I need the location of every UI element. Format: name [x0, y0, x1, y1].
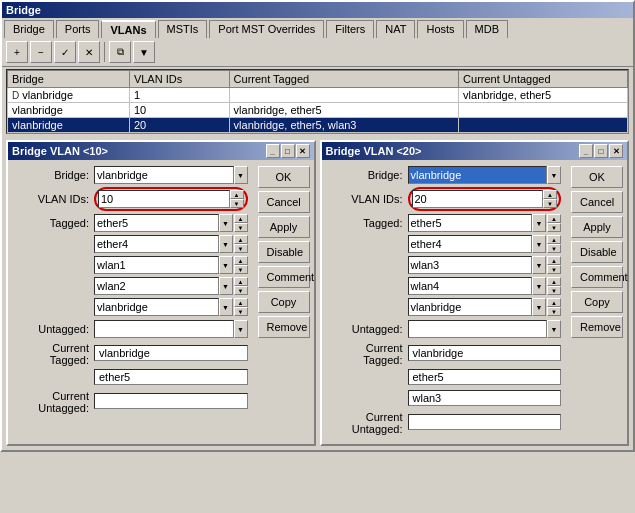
- dialog1-tagged-spin-down-4[interactable]: ▼: [234, 286, 248, 295]
- tab-hosts[interactable]: Hosts: [417, 20, 463, 38]
- dialog1-tagged-value-3[interactable]: wlan1: [94, 256, 219, 274]
- dialog2-tagged-spin-down-3[interactable]: ▼: [547, 265, 561, 274]
- dialog2-tagged-spin-up-3[interactable]: ▲: [547, 256, 561, 265]
- dialog1-tagged-value-2[interactable]: ether4: [94, 235, 219, 253]
- dialog2-tagged-row-4: wlan4 ▼ ▲ ▼: [328, 277, 562, 295]
- dialog1-minimize-button[interactable]: _: [266, 144, 280, 158]
- dialog2-tagged-spin-up-2[interactable]: ▲: [547, 235, 561, 244]
- dialog1-tagged-arrow-5[interactable]: ▼: [219, 298, 233, 316]
- dialog2-ok-button[interactable]: OK: [571, 166, 623, 188]
- dialog2-bridge-select[interactable]: vlanbridge: [408, 166, 548, 184]
- main-window: Bridge Bridge Ports VLANs MSTIs Port MST…: [0, 0, 635, 452]
- dialog1-tagged-spin-up-3[interactable]: ▲: [234, 256, 248, 265]
- dialog1-tagged-spin-down-5[interactable]: ▼: [234, 307, 248, 316]
- dialog1-comment-button[interactable]: Comment: [258, 266, 310, 288]
- dialog1-bridge-dropdown-arrow[interactable]: ▼: [234, 166, 248, 184]
- tab-mstis[interactable]: MSTIs: [158, 20, 208, 38]
- check-button[interactable]: ✓: [54, 41, 76, 63]
- remove-button[interactable]: −: [30, 41, 52, 63]
- dialog1-tagged-select-2: ether4 ▼: [94, 235, 233, 253]
- dialog1-disable-button[interactable]: Disable: [258, 241, 310, 263]
- dialog2-vlan-ids-spin-down[interactable]: ▼: [543, 199, 557, 208]
- dialog1-maximize-button[interactable]: □: [281, 144, 295, 158]
- dialog2-tagged-spin-down-1[interactable]: ▼: [547, 223, 561, 232]
- dialog2-tagged-spin-down-4[interactable]: ▼: [547, 286, 561, 295]
- dialog1-tagged-arrow-2[interactable]: ▼: [219, 235, 233, 253]
- clear-button[interactable]: ✕: [78, 41, 100, 63]
- dialog1-untagged-label: Untagged:: [14, 323, 94, 335]
- dialog2-bridge-dropdown-arrow[interactable]: ▼: [547, 166, 561, 184]
- dialog1-tagged-value-1[interactable]: ether5: [94, 214, 219, 232]
- dialog2-tagged-value-3[interactable]: wlan3: [408, 256, 533, 274]
- dialog1-apply-button[interactable]: Apply: [258, 216, 310, 238]
- dialog1-vlan-ids-spin-up[interactable]: ▲: [230, 190, 244, 199]
- dialog2-tagged-arrow-4[interactable]: ▼: [532, 277, 546, 295]
- dialog2-tagged-spin-up-1[interactable]: ▲: [547, 214, 561, 223]
- dialog2-tagged-value-2[interactable]: ether4: [408, 235, 533, 253]
- dialog2-tagged-row-3: wlan3 ▼ ▲ ▼: [328, 256, 562, 274]
- table-row[interactable]: vlanbridge 10 vlanbridge, ether5: [8, 103, 628, 118]
- dialog2-vlan-ids-input[interactable]: [412, 190, 544, 208]
- dialog1-remove-button[interactable]: Remove: [258, 316, 310, 338]
- dialog1-close-button[interactable]: ✕: [296, 144, 310, 158]
- dialog2-disable-button[interactable]: Disable: [571, 241, 623, 263]
- copy-toolbar-button[interactable]: ⧉: [109, 41, 131, 63]
- tab-vlans[interactable]: VLANs: [101, 20, 155, 38]
- dialog2-copy-button[interactable]: Copy: [571, 291, 623, 313]
- dialog2-tagged-spin-up-4[interactable]: ▲: [547, 277, 561, 286]
- dialog1-tagged-spin-up-4[interactable]: ▲: [234, 277, 248, 286]
- dialog1-tagged-spin-down-1[interactable]: ▼: [234, 223, 248, 232]
- dialog1-tagged-value-4[interactable]: wlan2: [94, 277, 219, 295]
- dialog1-cancel-button[interactable]: Cancel: [258, 191, 310, 213]
- dialog2-vlan-ids-spin-up[interactable]: ▲: [543, 190, 557, 199]
- tab-ports[interactable]: Ports: [56, 20, 100, 38]
- tab-bar: Bridge Ports VLANs MSTIs Port MST Overri…: [2, 18, 633, 38]
- dialog2-tagged-value-1[interactable]: ether5: [408, 214, 533, 232]
- table-row[interactable]: vlanbridge 20 vlanbridge, ether5, wlan3: [8, 118, 628, 133]
- dialog2-untagged-value[interactable]: [408, 320, 548, 338]
- dialog2-close-button[interactable]: ✕: [609, 144, 623, 158]
- dialog2-tagged-spinners-5: ▲ ▼: [547, 298, 561, 316]
- dialog2-tagged-arrow-5[interactable]: ▼: [532, 298, 546, 316]
- dialog2-tagged-arrow-1[interactable]: ▼: [532, 214, 546, 232]
- dialog2-tagged-spin-down-5[interactable]: ▼: [547, 307, 561, 316]
- dialog1-untagged-value[interactable]: [94, 320, 234, 338]
- tab-nat[interactable]: NAT: [376, 20, 415, 38]
- table-row[interactable]: D vlanbridge 1 vlanbridge, ether5: [8, 88, 628, 103]
- dialog1-tagged-value-5[interactable]: vlanbridge: [94, 298, 219, 316]
- add-button[interactable]: +: [6, 41, 28, 63]
- dialog2-remove-button[interactable]: Remove: [571, 316, 623, 338]
- dialog2-tagged-spin-up-5[interactable]: ▲: [547, 298, 561, 307]
- dialog2-tagged-arrow-2[interactable]: ▼: [532, 235, 546, 253]
- dialog1-bridge-select[interactable]: vlanbridge: [94, 166, 234, 184]
- dialog1-copy-button[interactable]: Copy: [258, 291, 310, 313]
- dialog1-ok-button[interactable]: OK: [258, 166, 310, 188]
- tab-bridge[interactable]: Bridge: [4, 20, 54, 38]
- dialog1-untagged-row: Untagged: ▼: [14, 320, 248, 338]
- tab-filters[interactable]: Filters: [326, 20, 374, 38]
- dialog1-tagged-arrow-1[interactable]: ▼: [219, 214, 233, 232]
- dialog1-tagged-arrow-4[interactable]: ▼: [219, 277, 233, 295]
- dialog2-tagged-spin-down-2[interactable]: ▼: [547, 244, 561, 253]
- dialog1-tagged-spin-up-2[interactable]: ▲: [234, 235, 248, 244]
- dialog1-tagged-spin-up-1[interactable]: ▲: [234, 214, 248, 223]
- dialog1-tagged-spin-up-5[interactable]: ▲: [234, 298, 248, 307]
- filter-button[interactable]: ▼: [133, 41, 155, 63]
- dialog1-tagged-arrow-3[interactable]: ▼: [219, 256, 233, 274]
- dialog1-vlan-ids-spin-down[interactable]: ▼: [230, 199, 244, 208]
- dialog1-tagged-spin-down-2[interactable]: ▼: [234, 244, 248, 253]
- dialog1-tagged-spin-down-3[interactable]: ▼: [234, 265, 248, 274]
- tab-port-mst-overrides[interactable]: Port MST Overrides: [209, 20, 324, 38]
- dialog2-maximize-button[interactable]: □: [594, 144, 608, 158]
- dialog2-minimize-button[interactable]: _: [579, 144, 593, 158]
- dialog2-cancel-button[interactable]: Cancel: [571, 191, 623, 213]
- dialog2-untagged-arrow[interactable]: ▼: [547, 320, 561, 338]
- dialog1-vlan-ids-input[interactable]: [98, 190, 230, 208]
- dialog2-apply-button[interactable]: Apply: [571, 216, 623, 238]
- dialog2-tagged-value-5[interactable]: vlanbridge: [408, 298, 533, 316]
- tab-mdb[interactable]: MDB: [466, 20, 508, 38]
- dialog1-untagged-arrow[interactable]: ▼: [234, 320, 248, 338]
- dialog2-tagged-value-4[interactable]: wlan4: [408, 277, 533, 295]
- dialog2-tagged-arrow-3[interactable]: ▼: [532, 256, 546, 274]
- dialog2-comment-button[interactable]: Comment: [571, 266, 623, 288]
